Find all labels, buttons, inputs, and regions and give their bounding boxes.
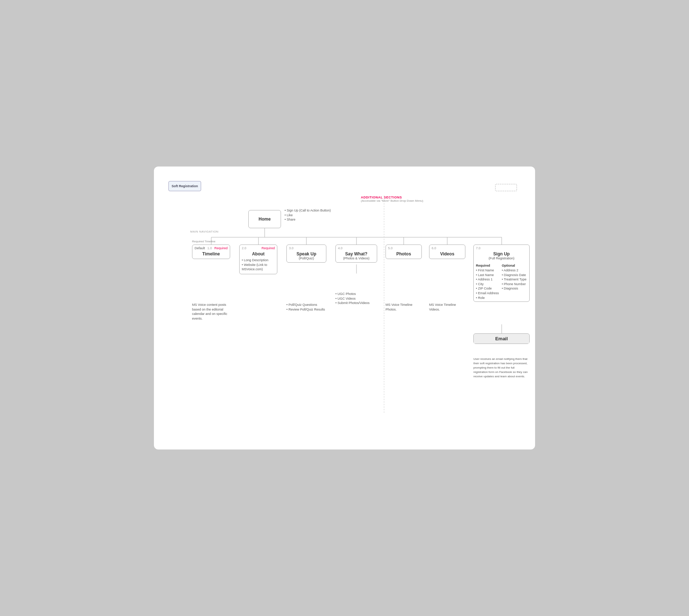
node3-title: Speak Up [289,251,324,256]
main-nav-label: MAIN NAVIGATION [190,230,219,233]
req-field-2: Last Name [476,273,499,278]
diagram: ADDITIONAL SECTIONS (Accessible via "Mor… [168,181,521,428]
node-say-what: 4.0 Say What? (Photos & Videos) [335,245,377,263]
req-field-4: City [476,282,499,287]
node-timeline: Default 1.0 Required Timeline [192,245,230,259]
required-timeline-label: Required Timeline [192,240,215,243]
optional-label: Optional [502,264,526,267]
node6-number: 6.0 [432,246,436,250]
email-node-title: Email [474,334,529,344]
node4-subtitle: (Photos & Videos) [338,256,375,260]
req-field-7: Role [476,296,499,300]
home-action-share: Share [285,217,331,222]
home-node-title: Home [258,217,270,222]
node1-number: 1.0 [207,246,212,250]
node-videos: 6.0 Videos [429,245,465,259]
required-label: Required [476,264,499,267]
soft-registration-node: Soft Registration [168,181,201,191]
node1-desc: MS Voice content posts based on the edit… [192,303,232,321]
node3-number: 3.0 [289,246,294,250]
req-field-5: ZIP Code [476,286,499,291]
node4-title: Say What? [338,251,375,256]
node6-desc: MS Voice Timeline Videos. [429,303,465,312]
req-field-3: Address 1 [476,277,499,282]
node2-required: Required [261,246,275,250]
email-node-desc: User receives an email notifying them th… [473,357,530,379]
node5-desc: MS Voice Timeline Photos. [386,303,422,312]
node2-title: About [242,251,275,256]
node-about: 2.0 Required About Long Description Webs… [239,245,277,274]
home-actions: Sign Up (Call to Action Button) Like Sha… [285,208,331,222]
req-field-6: Email Address [476,291,499,296]
additional-sections-label: ADDITIONAL SECTIONS (Accessible via "Mor… [361,196,423,202]
node5-number: 5.0 [388,246,393,250]
email-node: Email [473,333,530,344]
node4-desc: UGC Photos UGC Videos Submit Photos/Vide… [335,292,377,305]
node-speak-up: 3.0 Speak Up (Poll/Quiz) [286,245,326,263]
node1-default: Default [195,246,205,250]
node-photos: 5.0 Photos [386,245,422,259]
node2-bullet-2: Website (Link to MSVoice.com) [242,263,275,272]
node2-bullet-1: Long Description [242,258,275,263]
node5-title: Photos [388,251,419,256]
node7-title: Sign Up [476,251,527,256]
home-node: Home [248,210,281,228]
corner-box [495,184,517,191]
node1-title: Timeline [195,251,228,256]
canvas: ADDITIONAL SECTIONS (Accessible via "Mor… [154,167,535,449]
node3-subtitle: (Poll/Quiz) [289,256,324,260]
node1-required: Required [214,246,228,250]
opt-field-2: Diagnosis Date [502,273,526,278]
node7-number: 7.0 [476,246,481,250]
node-signup: 7.0 Sign Up (Full Registration) Required… [473,245,530,302]
soft-registration-label: Soft Registration [172,184,198,188]
opt-field-3: Treatment Type [502,277,526,282]
node4-number: 4.0 [338,246,343,250]
node7-subtitle: (Full Registration) [476,256,527,260]
home-action-like: Like [285,213,331,218]
opt-field-5: Diagnosis [502,286,526,291]
node6-title: Videos [432,251,463,256]
req-field-1: First Name [476,268,499,273]
opt-field-1: Address 2 [502,268,526,273]
node2-number: 2.0 [242,246,246,250]
home-action-signup: Sign Up (Call to Action Button) [285,208,331,213]
node3-desc: Poll/Quiz Questions Review Poll/Quiz Res… [286,303,326,312]
opt-field-4: Phone Number [502,282,526,287]
